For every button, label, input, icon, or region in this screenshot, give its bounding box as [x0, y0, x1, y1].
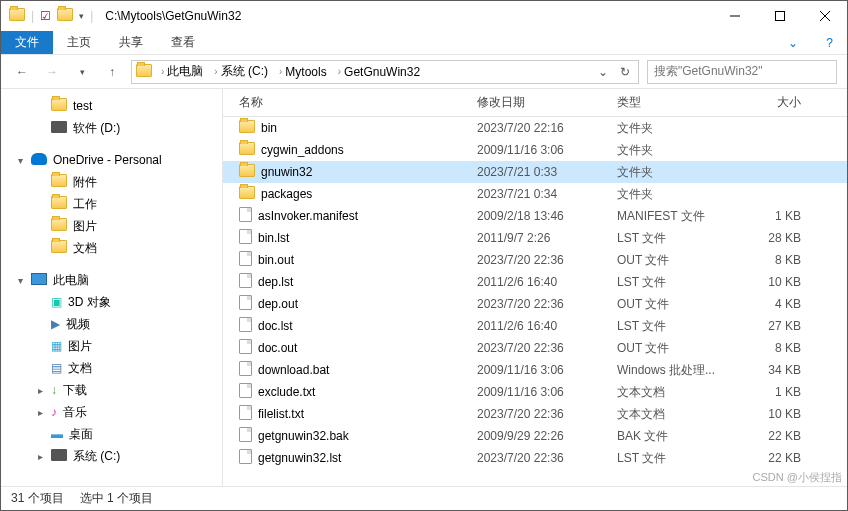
dropdown-icon[interactable]: ⌄ — [592, 65, 614, 79]
tree-item[interactable]: ▣ 3D 对象 — [1, 291, 222, 313]
crumb[interactable]: GetGnuWin32 — [344, 65, 420, 79]
file-row[interactable]: bin.out 2023/7/20 22:36 OUT 文件 8 KB — [223, 249, 847, 271]
file-icon — [239, 207, 252, 225]
tab-view[interactable]: 查看 — [157, 31, 209, 54]
file-row[interactable]: asInvoker.manifest 2009/2/18 13:46 MANIF… — [223, 205, 847, 227]
file-date: 2011/2/6 16:40 — [477, 275, 617, 289]
search-input[interactable]: 搜索"GetGnuWin32" — [647, 60, 837, 84]
file-row[interactable]: bin 2023/7/20 22:16 文件夹 — [223, 117, 847, 139]
file-type: BAK 文件 — [617, 428, 743, 445]
tree-item[interactable]: 文档 — [1, 237, 222, 259]
file-name: doc.lst — [258, 319, 293, 333]
file-row[interactable]: dep.out 2023/7/20 22:36 OUT 文件 4 KB — [223, 293, 847, 315]
forward-button[interactable]: → — [41, 61, 63, 83]
tree-item[interactable]: ▶ 视频 — [1, 313, 222, 335]
tree-label: 图片 — [68, 338, 92, 355]
tree-icon: ▶ — [51, 317, 60, 331]
ribbon-expand-icon[interactable]: ⌄ — [774, 31, 812, 54]
chevron-right-icon[interactable]: › — [335, 66, 344, 77]
folder-icon — [239, 120, 255, 136]
expand-icon[interactable]: ▸ — [35, 385, 45, 396]
expand-icon[interactable]: ▸ — [35, 451, 45, 462]
crumb[interactable]: 此电脑 — [167, 63, 203, 80]
tree-item[interactable]: ▤ 文档 — [1, 357, 222, 379]
file-row[interactable]: bin.lst 2011/9/7 2:26 LST 文件 28 KB — [223, 227, 847, 249]
maximize-button[interactable] — [757, 1, 802, 31]
up-button[interactable]: ↑ — [101, 61, 123, 83]
nav-bar: ← → ▾ ↑ ›此电脑 ›系统 (C:) ›Mytools ›GetGnuWi… — [1, 55, 847, 89]
nav-tree[interactable]: test 软件 (D:) ▾ OneDrive - Personal 附件 工作… — [1, 89, 223, 486]
chevron-right-icon[interactable]: › — [276, 66, 285, 77]
col-size[interactable]: 大小 — [743, 94, 813, 111]
minimize-button[interactable] — [712, 1, 757, 31]
file-type: LST 文件 — [617, 450, 743, 467]
file-date: 2009/9/29 22:26 — [477, 429, 617, 443]
file-size: 1 KB — [743, 385, 813, 399]
expand-icon[interactable]: ▾ — [15, 275, 25, 286]
tree-item[interactable]: 工作 — [1, 193, 222, 215]
file-icon — [239, 339, 252, 357]
tree-icon — [51, 121, 67, 136]
file-row[interactable]: filelist.txt 2023/7/20 22:36 文本文档 10 KB — [223, 403, 847, 425]
tree-label: 图片 — [73, 218, 97, 235]
tree-item[interactable]: ▸ ↓ 下载 — [1, 379, 222, 401]
crumb[interactable]: Mytools — [285, 65, 326, 79]
address-bar[interactable]: ›此电脑 ›系统 (C:) ›Mytools ›GetGnuWin32 ⌄ ↻ — [131, 60, 639, 84]
file-icon — [239, 295, 252, 313]
col-date[interactable]: 修改日期 — [477, 94, 617, 111]
tree-item[interactable]: ▾ 此电脑 — [1, 269, 222, 291]
file-row[interactable]: exclude.txt 2009/11/16 3:06 文本文档 1 KB — [223, 381, 847, 403]
tree-item[interactable]: 软件 (D:) — [1, 117, 222, 139]
dropdown-icon[interactable]: ▾ — [79, 11, 84, 21]
chevron-right-icon[interactable]: › — [211, 66, 220, 77]
search-placeholder: 搜索"GetGnuWin32" — [654, 63, 763, 80]
tab-home[interactable]: 主页 — [53, 31, 105, 54]
tree-item[interactable]: ▾ OneDrive - Personal — [1, 149, 222, 171]
file-type: OUT 文件 — [617, 252, 743, 269]
recent-dropdown-icon[interactable]: ▾ — [71, 61, 93, 83]
ribbon: 文件 主页 共享 查看 ⌄ ? — [1, 31, 847, 55]
tab-share[interactable]: 共享 — [105, 31, 157, 54]
tree-item[interactable]: ▸ 系统 (C:) — [1, 445, 222, 467]
file-row[interactable]: cygwin_addons 2009/11/16 3:06 文件夹 — [223, 139, 847, 161]
refresh-icon[interactable]: ↻ — [614, 65, 636, 79]
help-icon[interactable]: ? — [812, 31, 847, 54]
file-date: 2009/11/16 3:06 — [477, 385, 617, 399]
file-name: filelist.txt — [258, 407, 304, 421]
expand-icon[interactable]: ▾ — [15, 155, 25, 166]
file-row[interactable]: doc.out 2023/7/20 22:36 OUT 文件 8 KB — [223, 337, 847, 359]
file-row[interactable]: getgnuwin32.lst 2023/7/20 22:36 LST 文件 2… — [223, 447, 847, 469]
file-icon — [239, 273, 252, 291]
tree-item[interactable]: ▬ 桌面 — [1, 423, 222, 445]
file-date: 2023/7/21 0:33 — [477, 165, 617, 179]
tree-item[interactable]: 图片 — [1, 215, 222, 237]
col-type[interactable]: 类型 — [617, 94, 743, 111]
file-row[interactable]: getgnuwin32.bak 2009/9/29 22:26 BAK 文件 2… — [223, 425, 847, 447]
tree-item[interactable]: ▸ ♪ 音乐 — [1, 401, 222, 423]
tree-icon — [51, 98, 67, 114]
chevron-right-icon[interactable]: › — [158, 66, 167, 77]
tree-label: 桌面 — [69, 426, 93, 443]
col-name[interactable]: 名称 — [223, 94, 477, 111]
crumb[interactable]: 系统 (C:) — [221, 63, 268, 80]
expand-icon[interactable]: ▸ — [35, 407, 45, 418]
file-date: 2011/9/7 2:26 — [477, 231, 617, 245]
file-row[interactable]: gnuwin32 2023/7/21 0:33 文件夹 — [223, 161, 847, 183]
file-row[interactable]: dep.lst 2011/2/6 16:40 LST 文件 10 KB — [223, 271, 847, 293]
tab-file[interactable]: 文件 — [1, 31, 53, 54]
file-row[interactable]: packages 2023/7/21 0:34 文件夹 — [223, 183, 847, 205]
file-icon — [239, 229, 252, 247]
file-row[interactable]: download.bat 2009/11/16 3:06 Windows 批处理… — [223, 359, 847, 381]
column-headers[interactable]: 名称 修改日期 类型 大小 — [223, 89, 847, 117]
file-row[interactable]: doc.lst 2011/2/6 16:40 LST 文件 27 KB — [223, 315, 847, 337]
check-icon[interactable]: ☑ — [40, 9, 51, 23]
tree-item[interactable]: test — [1, 95, 222, 117]
divider-icon: | — [31, 9, 34, 23]
file-name: getgnuwin32.bak — [258, 429, 349, 443]
tree-item[interactable]: ▦ 图片 — [1, 335, 222, 357]
file-list[interactable]: bin 2023/7/20 22:16 文件夹 cygwin_addons 20… — [223, 117, 847, 486]
tree-item[interactable]: 附件 — [1, 171, 222, 193]
back-button[interactable]: ← — [11, 61, 33, 83]
close-button[interactable] — [802, 1, 847, 31]
file-date: 2023/7/20 22:36 — [477, 407, 617, 421]
